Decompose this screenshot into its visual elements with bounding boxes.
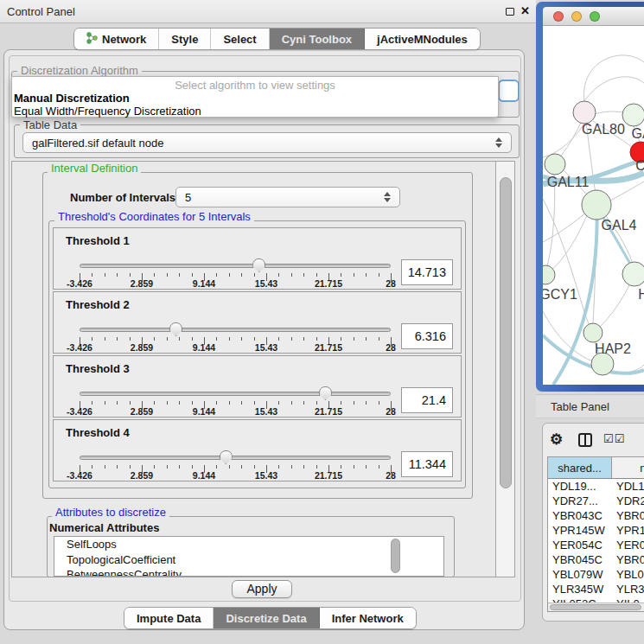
network-node[interactable] bbox=[622, 262, 644, 286]
float-window-icon[interactable] bbox=[506, 8, 514, 16]
horizontal-scrollbar-thumb[interactable] bbox=[550, 604, 641, 610]
network-edge[interactable] bbox=[609, 182, 644, 201]
network-edge[interactable] bbox=[584, 77, 644, 101]
slider-tick bbox=[278, 401, 279, 405]
threshold-value-field[interactable]: 14.713 bbox=[401, 259, 453, 285]
algorithm-item-manual[interactable]: Manual Discretization bbox=[14, 92, 130, 105]
slider-tick bbox=[379, 337, 379, 341]
threshold-panel-4: Threshold 4-3.4262.8599.14415.4321.71528… bbox=[53, 419, 462, 481]
bottom-tab-impute-data[interactable]: Impute Data bbox=[124, 608, 214, 628]
table-cell: YBR0 bbox=[612, 552, 644, 567]
mac-close-icon[interactable] bbox=[553, 11, 564, 22]
slider-tick bbox=[167, 401, 168, 405]
control-panel-tabs: NetworkStyleSelectCyni ToolboxjActiveMNo… bbox=[73, 28, 481, 50]
network-edge[interactable] bbox=[558, 123, 581, 158]
threshold-slider-track[interactable] bbox=[80, 328, 391, 332]
attribute-list-item[interactable]: BetweennessCentrality bbox=[54, 567, 443, 577]
slider-tick bbox=[167, 337, 168, 341]
network-node[interactable] bbox=[583, 323, 603, 342]
vertical-scrollbar[interactable] bbox=[495, 162, 514, 577]
slider-tick bbox=[167, 465, 168, 469]
tab-style[interactable]: Style bbox=[159, 29, 211, 49]
network-node[interactable] bbox=[573, 101, 596, 124]
tab-label: Cyni Toolbox bbox=[282, 33, 352, 46]
network-edge[interactable] bbox=[598, 284, 630, 328]
vertical-scrollbar-thumb[interactable] bbox=[500, 177, 512, 488]
number-of-intervals-combobox[interactable]: 5 bbox=[175, 187, 400, 207]
threshold-slider-thumb[interactable] bbox=[169, 322, 182, 336]
table-row[interactable]: YBR045CYBR0 bbox=[548, 552, 644, 567]
tab-network[interactable]: Network bbox=[74, 29, 159, 49]
mac-minimize-icon[interactable] bbox=[571, 11, 582, 22]
slider-tick bbox=[192, 337, 193, 341]
table-data-combobox[interactable]: galFiltered.sif default node bbox=[22, 132, 512, 153]
slider-tick bbox=[366, 465, 367, 469]
column-split-icon[interactable] bbox=[578, 433, 592, 447]
slider-tick bbox=[354, 401, 354, 405]
close-icon[interactable]: ✕ bbox=[520, 4, 530, 17]
table-row[interactable]: YPR145WYPR1 bbox=[548, 523, 644, 538]
threshold-value-field[interactable]: 11.344 bbox=[401, 451, 453, 477]
tab-label: Select bbox=[223, 33, 256, 46]
threshold-value-field[interactable]: 6.316 bbox=[401, 323, 453, 349]
slider-tick bbox=[130, 273, 131, 277]
node-table: shared...na YDL19...YDL1YDR27...YDR2YBR0… bbox=[547, 456, 644, 612]
slider-tick bbox=[254, 273, 255, 277]
table-column-header[interactable]: shared... bbox=[548, 457, 612, 478]
table-cell: YPR145W bbox=[548, 523, 612, 538]
table-row[interactable]: YER054CYER0 bbox=[548, 538, 644, 552]
network-node-label: HAP2 bbox=[595, 341, 631, 356]
network-node[interactable] bbox=[622, 104, 644, 126]
combo-stepper-icon bbox=[384, 192, 392, 202]
attributes-group-title: Attributes to discretize bbox=[52, 506, 169, 519]
slider-tick-label: 15.43 bbox=[255, 342, 277, 353]
table-column-header[interactable]: na bbox=[612, 457, 644, 478]
table-row[interactable]: YBL079WYBL0 bbox=[548, 567, 644, 582]
slider-tick-label: 2.859 bbox=[131, 278, 153, 289]
slider-tick bbox=[216, 465, 217, 469]
table-cell: YBR043C bbox=[548, 508, 612, 523]
threshold-slider-track[interactable] bbox=[80, 264, 391, 268]
threshold-slider-track[interactable] bbox=[80, 456, 391, 460]
slider-tick bbox=[303, 465, 304, 469]
gear-icon[interactable]: ⚙ bbox=[550, 430, 563, 449]
algorithm-item-equal-width[interactable]: Equal Width/Frequency Discretization bbox=[14, 105, 201, 118]
tab-jactivemnodules[interactable]: jActiveMNodules bbox=[365, 29, 480, 49]
table-row[interactable]: YDL19...YDL1 bbox=[548, 479, 644, 494]
table-row[interactable]: YDR27...YDR2 bbox=[548, 494, 644, 508]
algorithm-dropdown-popup: Select algorithm to view settings Manual… bbox=[11, 76, 499, 118]
tab-select[interactable]: Select bbox=[211, 29, 269, 49]
network-edge[interactable] bbox=[543, 199, 590, 326]
attribute-list-item[interactable]: TopologicalCoefficient bbox=[54, 552, 443, 568]
algorithm-placeholder-item[interactable]: Select algorithm to view settings bbox=[12, 79, 498, 92]
threshold-slider-thumb[interactable] bbox=[252, 258, 265, 272]
threshold-value-field[interactable]: 21.4 bbox=[401, 387, 453, 413]
bottom-tab-infer-network[interactable]: Infer Network bbox=[320, 608, 416, 628]
table-row[interactable]: YBR043CYBR0 bbox=[548, 508, 644, 523]
table-cell: YBR0 bbox=[612, 508, 644, 523]
horizontal-scrollbar[interactable] bbox=[548, 603, 644, 611]
mac-zoom-icon[interactable] bbox=[590, 11, 600, 22]
threshold-slider-thumb[interactable] bbox=[220, 450, 233, 464]
slider-tick bbox=[341, 465, 341, 469]
checkbox-icons[interactable]: ☑☑ bbox=[603, 432, 625, 445]
threshold-label: Threshold 2 bbox=[66, 298, 130, 311]
bottom-tab-discretize-data[interactable]: Discretize Data bbox=[214, 608, 319, 628]
attribute-list-item[interactable]: SelfLoops bbox=[54, 537, 443, 552]
network-edge[interactable] bbox=[543, 213, 586, 242]
slider-tick-label: 2.859 bbox=[131, 342, 153, 353]
slider-tick bbox=[316, 273, 317, 277]
network-canvas[interactable]: GAL80GACGAL11GAL4GCY1HHAP2 bbox=[543, 26, 644, 385]
threshold-slider-thumb[interactable] bbox=[319, 386, 332, 400]
table-cell: YLR345W bbox=[548, 582, 612, 596]
algorithm-combobox[interactable] bbox=[498, 80, 520, 102]
tab-cyni-toolbox[interactable]: Cyni Toolbox bbox=[270, 29, 365, 49]
network-node[interactable] bbox=[545, 154, 565, 175]
table-row[interactable]: YLR345WYLR3 bbox=[548, 582, 644, 596]
network-node[interactable] bbox=[582, 190, 611, 220]
attributes-list-scrollbar-thumb[interactable] bbox=[391, 539, 400, 573]
table-cell: YBR045C bbox=[548, 552, 612, 567]
table-body: YDL19...YDL1YDR27...YDR2YBR043CYBR0YPR14… bbox=[548, 479, 644, 611]
threshold-slider-track[interactable] bbox=[80, 392, 391, 396]
apply-button[interactable]: Apply bbox=[232, 580, 292, 598]
